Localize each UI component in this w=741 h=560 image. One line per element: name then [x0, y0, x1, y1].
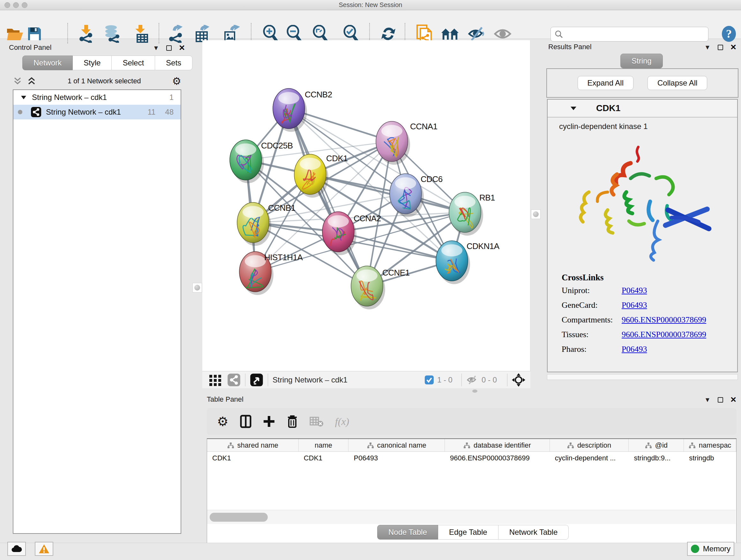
column-header-label: namespac [699, 441, 731, 449]
close-panel-icon[interactable]: ✕ [730, 43, 737, 52]
tab-network-table[interactable]: Network Table [498, 525, 569, 540]
tab-string[interactable]: String [620, 54, 663, 68]
collapse-all-button[interactable]: Collapse All [648, 76, 707, 90]
protein-card-header[interactable]: CDK1 [548, 100, 737, 118]
network-node-CDKN1A[interactable]: CDKN1A [436, 241, 500, 284]
panel-divider[interactable] [530, 40, 544, 388]
column-header-@id[interactable]: @id [629, 439, 684, 451]
section-expander-icon[interactable] [570, 106, 577, 111]
maximize-panel-icon[interactable] [718, 397, 723, 402]
tab-select[interactable]: Select [112, 56, 155, 70]
table-cell[interactable]: stringdb [684, 452, 736, 464]
results-panel-title: Results Panel [548, 43, 592, 51]
birds-eye-view-icon[interactable] [250, 373, 263, 387]
svg-text:?: ? [726, 27, 732, 40]
add-column-icon[interactable] [263, 415, 275, 428]
column-header-canonical-name[interactable]: canonical name [348, 439, 445, 451]
column-type-icon [567, 442, 574, 449]
expand-all-icon[interactable] [27, 77, 37, 85]
warning-button[interactable] [35, 542, 53, 556]
network-node-CDC6[interactable]: CDC6 [390, 174, 443, 217]
crosslink-label: Tissues: [562, 330, 622, 339]
import-network-file-icon[interactable] [77, 24, 95, 43]
network-node-CCNE1[interactable]: CCNE1 [351, 266, 410, 309]
delete-column-icon[interactable] [286, 415, 298, 428]
cloud-button[interactable] [7, 542, 26, 556]
crosslink-value-link[interactable]: P06493 [622, 345, 647, 354]
memory-button[interactable]: Memory [687, 542, 734, 556]
network-node-CCNB2[interactable]: CCNB2 [273, 88, 332, 132]
float-panel-icon[interactable]: ▼ [704, 44, 711, 51]
node-table: shared namenamecanonical namedatabase id… [207, 438, 737, 560]
table-hscrollbar-thumb[interactable] [210, 513, 268, 522]
network-collection-row[interactable]: String Network – cdk1 1 [13, 90, 181, 105]
table-cell[interactable]: 9606.ENSP00000378699 [445, 452, 550, 464]
tab-sets[interactable]: Sets [155, 56, 192, 70]
network-view-icon[interactable] [227, 373, 241, 387]
import-network-database-icon[interactable] [103, 24, 122, 43]
column-header-description[interactable]: description [550, 439, 629, 451]
save-session-icon[interactable] [25, 24, 44, 43]
crosslink-value-link[interactable]: P06493 [622, 286, 647, 295]
table-settings-gear-icon[interactable]: ⚙ [217, 414, 228, 429]
tab-edge-table[interactable]: Edge Table [438, 525, 498, 540]
table-row[interactable]: CDK1CDK1P064939606.ENSP00000378699cyclin… [207, 452, 736, 464]
gear-icon[interactable]: ⚙ [172, 75, 181, 87]
network-canvas[interactable]: CCNB2CCNA1CDC25BCDK1CDC6RB1CCNB1CCNA2CDK… [202, 40, 530, 371]
collapse-all-icon[interactable] [13, 77, 22, 85]
node-label-CCNA1: CCNA1 [410, 122, 437, 131]
network-node-CCNA1[interactable]: CCNA1 [376, 121, 437, 165]
tab-network[interactable]: Network [22, 56, 73, 70]
network-node-CCNB1[interactable]: CCNB1 [237, 202, 295, 246]
table-hscrollbar[interactable] [207, 510, 736, 524]
close-panel-icon[interactable]: ✕ [179, 44, 185, 52]
network-node-RB1[interactable]: RB1 [449, 192, 495, 236]
search-input[interactable] [563, 28, 708, 41]
selected-checkbox-icon [424, 375, 434, 385]
table-cell[interactable]: cyclin-dependent ... [550, 452, 629, 464]
table-cell[interactable]: CDK1 [299, 452, 349, 464]
column-header-name[interactable]: name [299, 439, 349, 451]
network-canvas-svg: CCNB2CCNA1CDC25BCDK1CDC6RB1CCNB1CCNA2CDK… [202, 40, 530, 371]
divider-handle[interactable] [192, 283, 202, 293]
tab-node-table[interactable]: Node Table [377, 525, 438, 540]
network-node-HIST1H1A[interactable]: HIST1H1A [239, 252, 303, 295]
fit-content-icon[interactable] [512, 373, 525, 387]
table-cell[interactable]: CDK1 [207, 452, 299, 464]
column-header-database-identifier[interactable]: database identifier [445, 439, 550, 451]
network-label: String Network – cdk1 [46, 108, 147, 117]
expand-all-button[interactable]: Expand All [578, 76, 633, 90]
tree-expander-icon[interactable] [20, 95, 27, 100]
crosslink-label: Compartments: [562, 315, 622, 325]
crosslink-value-link[interactable]: 9606.ENSP00000378699 [622, 330, 706, 339]
node-label-CCNA2: CCNA2 [354, 213, 381, 223]
divider-handle[interactable] [472, 389, 477, 393]
network-row[interactable]: String Network – cdk1 11 48 [13, 105, 181, 119]
crosslink-value-link[interactable]: P06493 [622, 300, 647, 310]
crosslink-value-link[interactable]: 9606.ENSP00000378699 [622, 315, 706, 325]
close-panel-icon[interactable]: ✕ [730, 395, 737, 404]
table-cell[interactable]: stringdb:9... [629, 452, 684, 464]
show-columns-icon[interactable] [240, 415, 252, 428]
export-network-icon[interactable] [166, 24, 185, 43]
tab-style[interactable]: Style [73, 56, 112, 70]
warning-icon [39, 544, 50, 554]
open-session-icon[interactable] [6, 24, 24, 43]
float-panel-icon[interactable]: ▼ [704, 396, 711, 403]
divider-handle[interactable] [531, 209, 541, 219]
results-scrollbar[interactable] [547, 374, 738, 380]
table-panel-title: Table Panel [207, 395, 244, 403]
float-panel-icon[interactable]: ▼ [153, 45, 159, 51]
search-field[interactable] [550, 27, 709, 42]
crosslink-row: Pharos:P06493 [562, 345, 737, 354]
grid-view-icon[interactable] [209, 374, 222, 386]
column-header-shared-name[interactable]: shared name [207, 439, 299, 451]
toolbar-separator [461, 374, 462, 386]
table-cell[interactable]: P06493 [348, 452, 445, 464]
maximize-panel-icon[interactable] [166, 45, 172, 51]
import-table-file-icon[interactable] [131, 24, 150, 43]
column-type-icon [689, 442, 696, 449]
column-header-namespac[interactable]: namespac [684, 439, 736, 451]
panel-divider[interactable] [191, 40, 202, 388]
maximize-panel-icon[interactable] [718, 45, 723, 50]
